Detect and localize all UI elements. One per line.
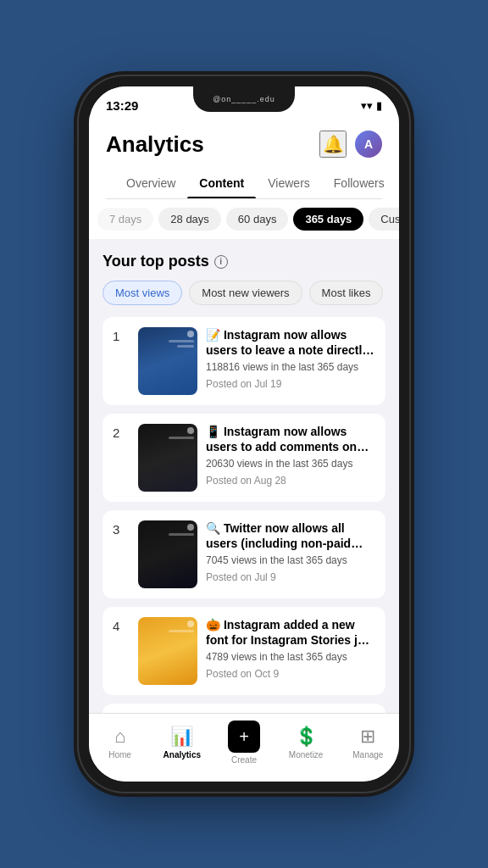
post-date: Posted on Aug 28 xyxy=(206,475,375,487)
top-posts-section: Your top posts i Most views Most new vie… xyxy=(89,239,399,713)
avatar[interactable]: A xyxy=(355,131,382,158)
status-handle: @on_____.edu xyxy=(213,95,275,103)
status-icons: ▾▾ ▮ xyxy=(361,99,382,112)
status-bar: 13:29 @on_____.edu ▾▾ ▮ xyxy=(89,86,399,124)
header-actions: 🔔 A xyxy=(319,131,382,158)
nav-monetize-label: Monetize xyxy=(289,750,324,760)
nav-create-label: Create xyxy=(231,755,257,765)
tab-content[interactable]: Content xyxy=(187,168,256,198)
main-content[interactable]: Your top posts i Most views Most new vie… xyxy=(89,239,399,713)
status-notch: @on_____.edu xyxy=(193,86,295,112)
phone-screen: 13:29 @on_____.edu ▾▾ ▮ Analytics 🔔 A Ov… xyxy=(89,86,399,782)
nav-manage-label: Manage xyxy=(352,750,383,760)
notifications-button[interactable]: 🔔 xyxy=(319,131,347,158)
chip-custom[interactable]: Custom ▾ xyxy=(369,208,399,231)
nav-manage[interactable]: ⊞ Manage xyxy=(342,726,393,760)
post-date: Posted on Jul 19 xyxy=(206,378,375,390)
time-filter: 7 days 28 days 60 days 365 days Custom ▾ xyxy=(89,199,399,239)
tab-followers[interactable]: Followers xyxy=(322,168,396,198)
post-date: Posted on Jul 9 xyxy=(206,571,375,583)
post-title: 🔍 Twitter now allows all users (includin… xyxy=(206,520,375,551)
filter-pills: Most views Most new viewers Most likes N… xyxy=(103,281,385,305)
post-title: 🎃 Instagram added a new font for Instagr… xyxy=(206,617,375,648)
info-icon[interactable]: i xyxy=(214,255,228,269)
analytics-icon: 📊 xyxy=(170,726,193,748)
bottom-nav: ⌂ Home 📊 Analytics + Create 💲 Monetize ⊞… xyxy=(89,713,399,782)
table-row[interactable]: 3 🔍 Twitter now allows all users (includ… xyxy=(103,510,385,598)
table-row[interactable]: 1 📝 Instagram now allows users to leave … xyxy=(103,317,385,405)
post-views: 118816 views in the last 365 days xyxy=(206,361,375,373)
post-rank: 3 xyxy=(113,520,130,588)
page-title: Analytics xyxy=(106,131,204,158)
tab-viewers[interactable]: Viewers xyxy=(256,168,322,198)
post-thumbnail xyxy=(138,327,197,395)
post-thumbnail xyxy=(138,424,197,492)
filter-most-views[interactable]: Most views xyxy=(103,281,182,305)
filter-most-likes[interactable]: Most likes xyxy=(309,281,384,305)
header-top: Analytics 🔔 A xyxy=(106,131,382,158)
monetize-icon: 💲 xyxy=(295,726,318,748)
filter-most-new-viewers[interactable]: Most new viewers xyxy=(189,281,302,305)
chip-7days[interactable]: 7 days xyxy=(97,208,153,231)
manage-icon: ⊞ xyxy=(360,726,375,748)
tab-overview[interactable]: Overview xyxy=(114,168,187,198)
wifi-icon: ▾▾ xyxy=(361,99,373,112)
post-rank: 4 xyxy=(113,617,130,685)
post-info: 📝 Instagram now allows users to leave a … xyxy=(206,327,375,395)
table-row[interactable]: 4 🎃 Instagram added a new font for Insta… xyxy=(103,607,385,695)
post-thumbnail xyxy=(138,617,197,685)
nav-analytics[interactable]: 📊 Analytics xyxy=(157,726,208,760)
chip-365days[interactable]: 365 days xyxy=(293,208,363,231)
post-title: 📱 Instagram now allows users to add comm… xyxy=(206,424,375,454)
post-date: Posted on Oct 9 xyxy=(206,668,375,680)
post-views: 20630 views in the last 365 days xyxy=(206,458,375,470)
create-button[interactable]: + xyxy=(228,721,260,753)
post-rank: 1 xyxy=(113,327,130,395)
nav-home[interactable]: ⌂ Home xyxy=(95,726,146,760)
chip-60days[interactable]: 60 days xyxy=(226,208,289,231)
header: Analytics 🔔 A Overview Content Viewers F… xyxy=(89,124,399,199)
home-icon: ⌂ xyxy=(114,726,125,748)
post-thumbnail xyxy=(138,520,197,588)
nav-home-label: Home xyxy=(108,750,131,760)
post-info: 🔍 Twitter now allows all users (includin… xyxy=(206,520,375,588)
post-views: 4789 views in the last 365 days xyxy=(206,651,375,663)
phone-shell: 13:29 @on_____.edu ▾▾ ▮ Analytics 🔔 A Ov… xyxy=(79,76,409,792)
plus-icon: + xyxy=(239,728,249,745)
nav-analytics-label: Analytics xyxy=(164,750,201,760)
nav-create[interactable]: + Create xyxy=(219,721,269,765)
nav-monetize[interactable]: 💲 Monetize xyxy=(280,726,331,760)
post-title: 📝 Instagram now allows users to leave a … xyxy=(206,327,375,358)
post-rank: 2 xyxy=(113,424,130,492)
post-info: 📱 Instagram now allows users to add comm… xyxy=(206,424,375,492)
post-info: 🎃 Instagram added a new font for Instagr… xyxy=(206,617,375,685)
table-row[interactable]: 5 📱 Threads now allows users to share a … xyxy=(103,704,385,713)
battery-icon: ▮ xyxy=(376,99,382,112)
table-row[interactable]: 2 📱 Instagram now allows users to add co… xyxy=(103,414,385,502)
section-title: Your top posts i xyxy=(103,253,385,270)
chip-28days[interactable]: 28 days xyxy=(158,208,221,231)
post-views: 7045 views in the last 365 days xyxy=(206,554,375,566)
nav-tabs: Overview Content Viewers Followers xyxy=(106,168,382,199)
status-time: 13:29 xyxy=(106,98,138,113)
